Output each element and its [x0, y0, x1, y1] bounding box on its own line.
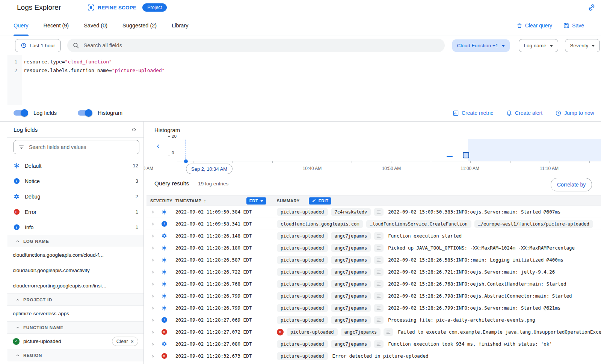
- scope-project-badge[interactable]: Project: [142, 3, 167, 12]
- jump-to-now-button[interactable]: Jump to now: [555, 110, 594, 116]
- severity-filter-row[interactable]: i !! Info 1: [7, 220, 143, 235]
- log-lines-icon[interactable]: [374, 256, 384, 264]
- log-lines-icon[interactable]: [374, 280, 384, 288]
- summary-chip[interactable]: angc7jepamxs: [331, 256, 371, 264]
- summary-chip[interactable]: …/europe-west1/functions/picture-uploade…: [474, 220, 593, 228]
- expand-chevron-icon[interactable]: [150, 209, 159, 215]
- section-header[interactable]: PROJECT ID: [7, 293, 143, 306]
- summary-chip[interactable]: angc7jepamxs: [331, 268, 371, 276]
- summary-chip[interactable]: picture-uploaded: [277, 232, 328, 240]
- summary-chip[interactable]: angc7jepamxs: [331, 232, 371, 240]
- log-entry-row[interactable]: i !! 2022-09-02 11:28:27.072 EDT !!: [146, 326, 601, 338]
- summary-chip[interactable]: picture-uploaded: [277, 280, 328, 288]
- summary-chip[interactable]: picture-uploaded: [277, 352, 328, 360]
- create-alert-button[interactable]: Create alert: [506, 110, 542, 116]
- expand-chevron-icon[interactable]: [150, 305, 159, 311]
- tab[interactable]: Saved (0): [84, 15, 107, 36]
- severity-filter-chip[interactable]: Severity: [565, 39, 600, 52]
- summary-chip[interactable]: cloudfunctions.googleapis.com: [277, 220, 363, 228]
- tab[interactable]: Library: [172, 15, 188, 36]
- expand-chevron-icon[interactable]: [150, 245, 159, 251]
- save-button[interactable]: Save: [563, 23, 584, 29]
- fields-search-input[interactable]: [28, 144, 139, 150]
- summary-chip[interactable]: picture-uploaded: [277, 304, 328, 312]
- summary-chip[interactable]: angc7jepamxs: [331, 316, 371, 324]
- expand-chevron-icon[interactable]: [150, 257, 159, 263]
- field-value-row[interactable]: ✓ clouderrorreporting.googleapis.com/ins…: [7, 278, 143, 293]
- selection-drag-handle[interactable]: [463, 152, 469, 158]
- summary-chip[interactable]: 7c4rwskwledv: [331, 208, 371, 216]
- log-lines-icon[interactable]: [374, 340, 384, 348]
- clear-query-button[interactable]: Clear query: [516, 23, 552, 29]
- summary-chip[interactable]: picture-uploaded: [277, 208, 328, 216]
- log-fields-toggle[interactable]: [14, 110, 27, 116]
- section-header[interactable]: REGION: [7, 349, 143, 361]
- summary-chip[interactable]: angc7jepamxs: [331, 340, 371, 348]
- log-entry-row[interactable]: i !! 2022-09-02 11:28:27.080 EDT !!: [146, 338, 601, 350]
- summary-chip[interactable]: angc7jepamxs: [331, 280, 371, 288]
- create-metric-button[interactable]: Create metric: [453, 110, 493, 116]
- summary-chip[interactable]: picture-uploaded: [277, 268, 328, 276]
- section-header[interactable]: FUNCTION NAME: [7, 321, 143, 334]
- log-lines-icon[interactable]: [374, 232, 384, 240]
- time-range-picker[interactable]: Last 1 hour: [15, 39, 61, 52]
- summary-chip[interactable]: angc7jepamxs: [331, 292, 371, 300]
- section-header[interactable]: LOG NAME: [7, 235, 143, 247]
- expand-chevron-icon[interactable]: [150, 317, 159, 323]
- log-entry-row[interactable]: i !! 2022-09-02 11:28:26.768 EDT !!: [146, 278, 601, 290]
- log-entry-row[interactable]: i !! 2022-09-02 11:28:27.069 EDT !!: [146, 314, 601, 326]
- log-lines-icon[interactable]: [374, 304, 384, 312]
- expand-chevron-icon[interactable]: [150, 329, 159, 335]
- field-value-row[interactable]: ✓ cloudaudit.googleapis.com/activity × 2: [7, 263, 143, 278]
- correlate-by-button[interactable]: Correlate by: [551, 178, 592, 191]
- log-lines-icon[interactable]: [384, 328, 393, 336]
- log-lines-icon[interactable]: [374, 292, 384, 300]
- refine-scope-button[interactable]: REFINE SCOPE: [87, 4, 136, 11]
- expand-chevron-icon[interactable]: [150, 281, 159, 287]
- histogram-toggle[interactable]: [78, 110, 92, 116]
- field-value-row[interactable]: ✓ picture-uploaded Clear ×: [7, 334, 143, 349]
- tab[interactable]: Suggested (2): [122, 15, 157, 36]
- time-cursor-dot[interactable]: [184, 159, 188, 163]
- log-entry-row[interactable]: i !! 2022-09-02 11:09:58.341 EDT !!: [146, 218, 601, 230]
- summary-chip[interactable]: picture-uploaded: [277, 244, 328, 252]
- clear-filter-button[interactable]: Clear ×: [112, 337, 138, 346]
- log-lines-icon[interactable]: [374, 268, 384, 276]
- expand-chevron-icon[interactable]: [150, 353, 159, 359]
- summary-chip[interactable]: picture-uploaded: [277, 292, 328, 300]
- resource-filter-chip[interactable]: Cloud Function +1: [452, 39, 510, 52]
- summary-chip[interactable]: angc7jepamxs: [331, 244, 371, 252]
- sort-asc-icon[interactable]: ↑: [204, 198, 206, 204]
- field-value-row[interactable]: ✓ cloudfunctions.googleapis.com/cloud-f……: [7, 247, 143, 263]
- expand-chevron-icon[interactable]: [150, 269, 159, 275]
- log-name-filter-chip[interactable]: Log name: [519, 39, 558, 52]
- expand-chevron-icon[interactable]: [150, 221, 159, 227]
- histogram-pan-left-icon[interactable]: [155, 143, 161, 149]
- tab[interactable]: Recent (9): [44, 15, 69, 36]
- log-entry-row[interactable]: i !! 2022-09-02 11:28:26.180 EDT !!: [146, 242, 601, 254]
- histogram-selection-region[interactable]: [468, 139, 601, 161]
- summary-chip[interactable]: angc7jepamxs: [331, 304, 371, 312]
- search-input[interactable]: [83, 42, 445, 49]
- log-entry-row[interactable]: i !! 2022-09-02 11:28:26.799 EDT !!: [146, 302, 601, 314]
- expand-chevron-icon[interactable]: [150, 293, 159, 299]
- summary-chip[interactable]: angc7jepamxs: [341, 328, 381, 336]
- log-entry-row[interactable]: i !! 2022-09-02 11:28:26.722 EDT !!: [146, 266, 601, 278]
- edit-summary-button[interactable]: EDIT: [309, 197, 332, 205]
- collapse-panel-icon[interactable]: [129, 125, 139, 135]
- summary-chip[interactable]: picture-uploaded: [287, 328, 338, 336]
- log-lines-icon[interactable]: [374, 316, 384, 324]
- summary-chip[interactable]: picture-uploaded: [277, 256, 328, 264]
- log-entry-row[interactable]: i !! 2022-09-02 11:28:26.799 EDT !!: [146, 290, 601, 302]
- summary-chip[interactable]: picture-uploaded: [277, 316, 328, 324]
- expand-chevron-icon[interactable]: [150, 341, 159, 347]
- query-editor[interactable]: 12 resource.type="cloud_function" resour…: [0, 55, 601, 105]
- log-lines-icon[interactable]: [374, 208, 384, 216]
- severity-filter-row[interactable]: i !! Notice 3: [7, 173, 143, 189]
- share-link-icon[interactable]: [587, 3, 596, 12]
- summary-chip[interactable]: …loudFunctionsService.CreateFunction: [366, 220, 471, 228]
- summary-chip[interactable]: picture-uploaded: [277, 340, 328, 348]
- log-entry-row[interactable]: i !! 2022-09-02 11:09:50.384 EDT !!: [146, 206, 601, 218]
- expand-chevron-icon[interactable]: [150, 233, 159, 239]
- timestamp-column-header[interactable]: TIMESTAMP: [175, 199, 201, 203]
